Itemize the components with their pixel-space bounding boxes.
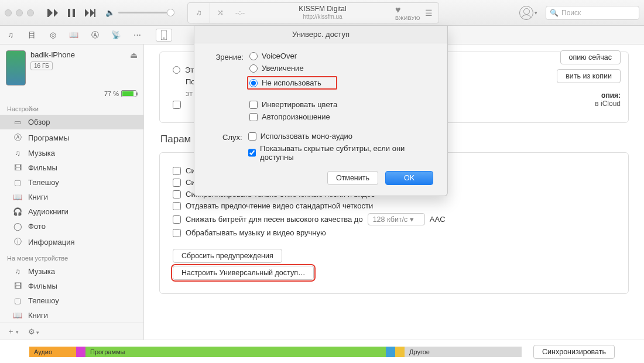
sidebar-item-apps[interactable]: ⒶПрограммы: [0, 129, 143, 146]
up-next-icon[interactable]: ☰: [425, 8, 433, 18]
close-window[interactable]: [5, 9, 12, 16]
chk-invert-colors[interactable]: Инвертировать цвета: [249, 100, 337, 109]
sidebar-item-label: Обзор: [28, 118, 50, 126]
radio-none[interactable]: Не использовать: [247, 76, 337, 90]
account-menu[interactable]: ▾: [519, 6, 537, 20]
sidebar-item-music[interactable]: ♫Музыка: [0, 146, 143, 160]
tab-movies-icon[interactable]: ⽬: [26, 30, 37, 40]
heart-icon[interactable]: ♥: [395, 5, 420, 15]
sidebar-item-label: Музыка: [28, 267, 55, 276]
info-icon: ⓘ: [13, 237, 22, 247]
cancel-button[interactable]: Отменить: [327, 171, 378, 185]
configure-accessibility-button[interactable]: Настроить Универсальный доступ…: [173, 266, 314, 280]
sidebar-item-label: Программы: [28, 133, 69, 142]
sidebar-item-books[interactable]: 📖Книги: [0, 190, 143, 204]
radio-zoom[interactable]: Увеличение: [249, 64, 337, 73]
device-button[interactable]: [156, 29, 172, 42]
radio-this-computer[interactable]: [173, 66, 180, 74]
chk-sync-wifi[interactable]: [173, 179, 181, 187]
chk-si[interactable]: [173, 167, 181, 175]
gear-button[interactable]: ⚙▾: [28, 327, 39, 336]
next-track-button[interactable]: [82, 6, 98, 19]
chk-fragment[interactable]: [173, 101, 181, 109]
window-controls: [5, 9, 34, 16]
radio-voiceover[interactable]: VoiceOver: [249, 52, 337, 60]
chk-prefer-sd[interactable]: [173, 202, 181, 210]
checkbox-label: Отдавать предпочтение видео стандартной …: [186, 201, 373, 210]
prev-track-button[interactable]: [44, 6, 61, 19]
sidebar-item-audiobooks[interactable]: 🎧Аудиокниги: [0, 204, 143, 219]
tab-radio-icon[interactable]: 📡: [110, 30, 122, 39]
last-backup-location: в iCloud: [595, 100, 621, 108]
device-thumbnail: [6, 50, 26, 85]
chk-bitrate[interactable]: [173, 215, 181, 224]
volume-slider[interactable]: [118, 12, 171, 13]
tab-more-icon[interactable]: ⋯: [131, 30, 143, 39]
sync-button[interactable]: Синхронизировать: [533, 345, 615, 359]
now-playing-lcd: ♫ ⤭ --:-- KISSFM Digital http://kissfm.u…: [187, 2, 439, 23]
sidebar-item-label: Фильмы: [28, 282, 57, 290]
chk-closed-captions[interactable]: Показывать скрытые субтитры, если они до…: [248, 144, 433, 162]
device-header: badik-iPhone 16 ГБ ⏏: [0, 44, 143, 90]
music-icon: ♫: [13, 267, 22, 276]
sidebar-item-info[interactable]: ⓘИнформация: [0, 234, 143, 250]
sidebar-item-label: Аудиокниги: [28, 207, 68, 216]
sidebar-item-movies[interactable]: 🎞Фильмы: [0, 160, 143, 175]
sidebar-device-music[interactable]: ♫Музыка: [0, 264, 143, 279]
sidebar-item-photos[interactable]: ◯Фото: [0, 219, 143, 234]
titlebar: 🔈 ♫ ⤭ --:-- KISSFM Digital http://kissfm…: [0, 0, 644, 26]
storage-footer: Аудио Программы Другое Синхронизировать: [0, 340, 644, 363]
reset-warnings-button[interactable]: Сбросить предупреждения: [173, 249, 282, 263]
tv-icon: ▢: [13, 178, 22, 187]
book-icon: 📖: [13, 311, 22, 320]
tv-icon: ▢: [13, 296, 22, 305]
last-backup-label: опия:: [595, 91, 621, 100]
device-name: badik-iPhone: [30, 50, 125, 59]
sidebar-device-tvshows[interactable]: ▢Телешоу: [0, 293, 143, 308]
battery-icon: [121, 90, 136, 97]
chk-mono-audio[interactable]: Использовать моно-аудио: [248, 132, 433, 141]
sheet-title: Универс. доступ: [194, 26, 447, 43]
checkbox-label: Автопроизношение: [262, 112, 330, 121]
eject-button[interactable]: ⏏: [130, 50, 138, 60]
vision-label: Зрение:: [208, 52, 249, 61]
film-icon: 🎞: [13, 282, 22, 290]
add-button[interactable]: ＋▾: [7, 326, 19, 337]
storage-seg-divider: [386, 347, 395, 357]
bitrate-select[interactable]: 128 кбит/с ▾: [368, 213, 425, 225]
backup-side-peek: опию сейчас вить из копии опия: в iCloud: [557, 50, 621, 108]
search-input[interactable]: 🔍 Поиск: [546, 6, 639, 20]
section-ondevice-header: На моем устройстве: [0, 250, 143, 264]
shuffle-icon[interactable]: ⤭: [210, 8, 230, 17]
backup-now-button[interactable]: опию сейчас: [560, 50, 621, 64]
ok-button[interactable]: OK: [385, 171, 433, 185]
tab-books-icon[interactable]: 📖: [68, 30, 80, 39]
playback-controls: [44, 6, 98, 19]
accessibility-sheet: Универс. доступ Зрение: VoiceOver Увелич…: [194, 26, 448, 196]
svg-rect-1: [73, 9, 75, 17]
minimize-window[interactable]: [16, 9, 23, 16]
sidebar: badik-iPhone 16 ГБ ⏏ 77 % Настройки ▭Обз…: [0, 44, 144, 340]
chk-manual[interactable]: [173, 229, 181, 237]
zoom-window[interactable]: [27, 9, 34, 16]
volume-icon: 🔈: [105, 8, 115, 17]
tab-apps-icon[interactable]: Ⓐ: [89, 30, 101, 40]
tab-podcasts-icon[interactable]: ◎: [47, 30, 59, 39]
battery-percent: 77 %: [104, 90, 119, 97]
pause-button[interactable]: [63, 6, 80, 19]
search-placeholder: Поиск: [561, 9, 581, 17]
sidebar-device-books[interactable]: 📖Книги: [0, 308, 143, 323]
restore-backup-button[interactable]: вить из копии: [557, 69, 621, 83]
chk-auto-speak[interactable]: Автопроизношение: [249, 112, 337, 121]
chk-sync-checked[interactable]: [173, 190, 181, 198]
volume-control[interactable]: 🔈: [105, 8, 171, 17]
sidebar-item-label: Книги: [28, 311, 48, 320]
tab-music-icon[interactable]: ♫: [5, 30, 16, 39]
section-settings-header: Настройки: [0, 101, 143, 115]
storage-seg-divider: [76, 347, 85, 357]
sidebar-item-overview[interactable]: ▭Обзор: [0, 115, 143, 129]
sidebar-item-tvshows[interactable]: ▢Телешоу: [0, 175, 143, 190]
sidebar-item-label: Книги: [28, 193, 48, 201]
station-title: KISSFM Digital: [250, 5, 395, 13]
sidebar-device-movies[interactable]: 🎞Фильмы: [0, 279, 143, 293]
